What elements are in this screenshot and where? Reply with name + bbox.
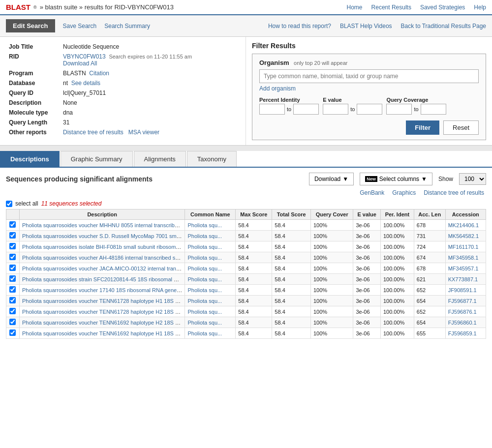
row-checkbox[interactable] <box>9 275 16 282</box>
distance-tree-results-link[interactable]: Distance tree of results <box>424 189 484 196</box>
row-accession: MF345957.1 <box>445 263 486 274</box>
row-total-score: 58.4 <box>272 317 311 328</box>
row-common-name-link[interactable]: Pholiota squ... <box>187 266 222 271</box>
row-total-score: 58.4 <box>272 296 311 306</box>
tab-graphic-summary[interactable]: Graphic Summary <box>61 151 133 167</box>
msa-viewer-link[interactable]: MSA viewer <box>128 129 159 136</box>
blast-help-link[interactable]: BLAST Help Videos <box>340 23 392 30</box>
percent-identity-from[interactable] <box>259 104 285 115</box>
row-accession-link[interactable]: MK564582.1 <box>448 233 479 239</box>
nav-home[interactable]: Home <box>347 4 363 11</box>
tab-taxonomy[interactable]: Taxonomy <box>187 151 237 167</box>
rid-row: RID VBYNC0FW013 Search expires on 11-20 … <box>6 52 240 68</box>
add-organism-link[interactable]: Add organism <box>259 85 296 92</box>
distance-tree-link[interactable]: Distance tree of results <box>63 129 123 136</box>
row-accession-link[interactable]: FJ596859.1 <box>448 330 477 336</box>
row-accession-link[interactable]: FJ596876.1 <box>448 309 477 315</box>
see-details-link[interactable]: See details <box>71 80 100 87</box>
nav-saved-strategies[interactable]: Saved Strategies <box>420 4 465 11</box>
row-description-link[interactable]: Pholiota squarrosoides voucher S.D. Russ… <box>22 233 185 239</box>
row-checkbox[interactable] <box>9 221 16 228</box>
row-query-cover: 100% <box>310 328 353 339</box>
row-checkbox[interactable] <box>9 297 16 303</box>
row-accession: JF908591.1 <box>445 285 486 296</box>
query-coverage-from[interactable] <box>386 104 412 115</box>
row-description-link[interactable]: Pholiota squarrosoides voucher JACA-MICO… <box>22 266 185 271</box>
percent-identity-group: Percent Identity to <box>259 97 319 115</box>
filter-button[interactable]: Filter <box>406 120 439 135</box>
row-description-link[interactable]: Pholiota squarrosoides voucher TENN61692… <box>22 320 185 326</box>
row-common-name-link[interactable]: Pholiota squ... <box>187 309 222 315</box>
row-description-link[interactable]: Pholiota squarrosoides voucher 17140 18S… <box>22 287 185 293</box>
row-description-link[interactable]: Pholiota squarrosoides voucher AH-48186 … <box>22 255 185 261</box>
nav-help[interactable]: Help <box>474 4 486 11</box>
tab-alignments[interactable]: Alignments <box>134 151 186 167</box>
how-to-read-link[interactable]: How to read this report? <box>268 23 331 30</box>
tab-descriptions[interactable]: Descriptions <box>0 151 60 167</box>
row-accession-link[interactable]: MF161170.1 <box>448 244 479 250</box>
row-accession-link[interactable]: JF908591.1 <box>448 287 477 293</box>
row-checkbox[interactable] <box>9 319 16 325</box>
graphics-link[interactable]: Graphics <box>392 189 416 196</box>
back-to-traditional-link[interactable]: Back to Traditional Results Page <box>401 23 486 30</box>
row-common-name-link[interactable]: Pholiota squ... <box>187 276 222 282</box>
toolbar: Edit Search Save Search Search Summary H… <box>0 15 492 37</box>
row-query-cover: 100% <box>310 220 353 231</box>
row-checkbox[interactable] <box>9 265 16 271</box>
row-description: Pholiota squarrosoides voucher TENN61728… <box>19 296 185 306</box>
query-coverage-to-input[interactable] <box>421 104 446 115</box>
select-all-label: select all <box>15 200 38 207</box>
select-columns-button[interactable]: New Select columns ▼ <box>360 173 432 185</box>
save-search-link[interactable]: Save Search <box>63 23 97 30</box>
row-description-link[interactable]: Pholiota squarrosoides voucher TENN61728… <box>22 309 185 315</box>
row-common-name-link[interactable]: Pholiota squ... <box>187 330 222 336</box>
scroll-hint-bar <box>0 145 492 151</box>
row-accession-link[interactable]: MK214406.1 <box>448 222 479 228</box>
row-description-link[interactable]: Pholiota squarrosoides strain SFC2012081… <box>22 276 185 282</box>
row-accession-link[interactable]: MF345957.1 <box>448 266 479 271</box>
results-header: Sequences producing significant alignmen… <box>6 173 486 185</box>
e-value-to-input[interactable] <box>357 104 382 115</box>
molecule-type-value: dna <box>60 108 240 118</box>
search-summary-link[interactable]: Search Summary <box>104 23 150 30</box>
row-description-link[interactable]: Pholiota squarrosoides voucher MHHNU 805… <box>22 222 185 228</box>
row-accession-link[interactable]: FJ596860.1 <box>448 320 477 326</box>
row-description-link[interactable]: Pholiota squarrosoides voucher TENN61728… <box>22 298 185 304</box>
nav-recent-results[interactable]: Recent Results <box>371 4 411 11</box>
percent-identity-to-input[interactable] <box>293 104 319 115</box>
row-description-link[interactable]: Pholiota squarrosoides voucher TENN61692… <box>22 330 185 336</box>
row-common-name-link[interactable]: Pholiota squ... <box>187 287 222 293</box>
row-common-name-link[interactable]: Pholiota squ... <box>187 298 222 304</box>
row-checkbox[interactable] <box>9 243 16 249</box>
e-value-from[interactable] <box>323 104 348 115</box>
row-common-name-link[interactable]: Pholiota squ... <box>187 222 222 228</box>
download-all-link[interactable]: Download All <box>63 60 97 67</box>
download-button[interactable]: Download ▼ <box>309 173 354 185</box>
toolbar-right: How to read this report? BLAST Help Vide… <box>268 23 486 30</box>
row-checkbox[interactable] <box>9 254 16 260</box>
row-common-name-link[interactable]: Pholiota squ... <box>187 255 222 261</box>
row-description: Pholiota squarrosoides voucher TENN61728… <box>19 306 185 317</box>
genbank-link[interactable]: GenBank <box>360 189 384 196</box>
rid-link[interactable]: VBYNC0FW013 <box>63 53 106 60</box>
row-accession-link[interactable]: FJ596877.1 <box>448 298 477 304</box>
row-common-name-link[interactable]: Pholiota squ... <box>187 233 222 239</box>
row-checkbox[interactable] <box>9 286 16 293</box>
row-accession-link[interactable]: MF345958.1 <box>448 255 479 261</box>
row-checkbox[interactable] <box>9 329 16 336</box>
row-common-name: Pholiota squ... <box>185 306 236 317</box>
row-per-ident: 100.00% <box>380 231 414 241</box>
row-accession-link[interactable]: KX773887.1 <box>448 276 478 282</box>
row-description-link[interactable]: Pholiota squarrosoides isolate BHI-F081b… <box>22 244 185 250</box>
reset-button[interactable]: Reset <box>443 120 479 135</box>
row-checkbox[interactable] <box>9 308 16 314</box>
row-checkbox[interactable] <box>9 232 16 239</box>
row-common-name-link[interactable]: Pholiota squ... <box>187 320 222 326</box>
edit-search-button[interactable]: Edit Search <box>6 19 55 32</box>
citation-link[interactable]: Citation <box>89 70 109 77</box>
select-all-checkbox[interactable] <box>6 201 12 207</box>
organism-input[interactable] <box>259 69 479 83</box>
row-common-name-link[interactable]: Pholiota squ... <box>187 244 222 250</box>
show-select[interactable]: 100 50 200 500 <box>459 173 486 185</box>
row-total-score: 58.4 <box>272 220 311 231</box>
